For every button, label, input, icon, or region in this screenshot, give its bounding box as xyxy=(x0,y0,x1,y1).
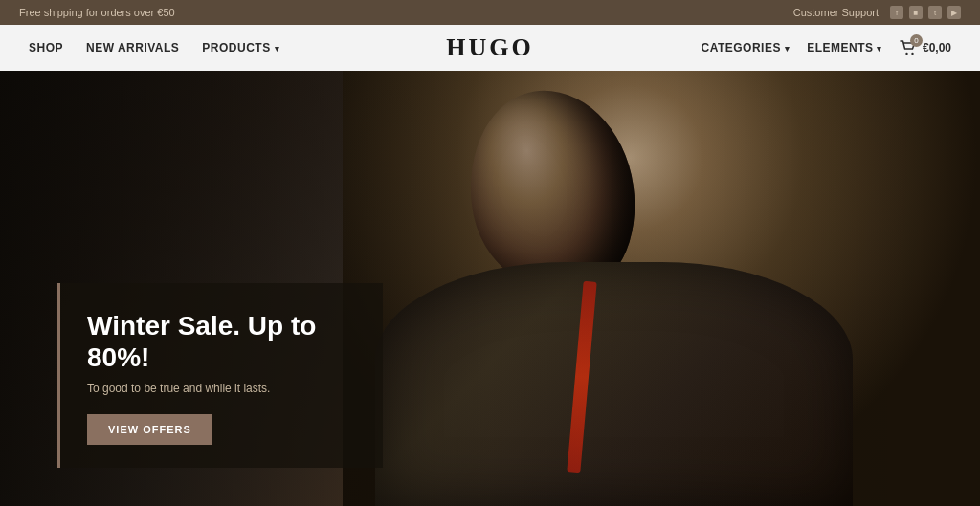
social-icons-group: f ■ t ▶ xyxy=(890,6,961,19)
top-bar-right: Customer Support f ■ t ▶ xyxy=(793,6,961,19)
youtube-icon[interactable]: ▶ xyxy=(947,6,961,19)
cart-price: €0,00 xyxy=(923,41,951,55)
nav-center: HUGO xyxy=(446,33,533,62)
products-link[interactable]: PRODUCTS xyxy=(202,41,279,55)
promo-title: Winter Sale. Up to 80%! xyxy=(87,310,354,374)
promo-box: Winter Sale. Up to 80%! To good to be tr… xyxy=(57,283,383,468)
cart-badge: 0 xyxy=(910,34,923,47)
categories-link[interactable]: CATEGORIES xyxy=(701,41,790,55)
cart-icon-wrap: 0 xyxy=(900,40,917,55)
svg-point-1 xyxy=(911,53,913,55)
hero-section: Winter Sale. Up to 80%! To good to be tr… xyxy=(0,71,980,506)
nav-right: CATEGORIES ELEMENTS 0 €0,00 xyxy=(701,40,951,55)
cart-button[interactable]: 0 €0,00 xyxy=(900,40,951,55)
nav-left: SHOP NEW ARRIVALS PRODUCTS xyxy=(29,41,279,55)
new-arrivals-link[interactable]: NEW ARRIVALS xyxy=(86,41,179,55)
shop-link[interactable]: SHOP xyxy=(29,41,63,55)
twitter-icon[interactable]: t xyxy=(928,6,942,19)
instagram-icon[interactable]: ■ xyxy=(909,6,923,19)
nav-bar: SHOP NEW ARRIVALS PRODUCTS HUGO CATEGORI… xyxy=(0,25,980,71)
elements-link[interactable]: ELEMENTS xyxy=(807,41,882,55)
facebook-icon[interactable]: f xyxy=(890,6,903,19)
svg-point-0 xyxy=(905,53,907,55)
top-bar: Free shipping for orders over €50 Custom… xyxy=(0,0,980,25)
shipping-text: Free shipping for orders over €50 xyxy=(19,7,175,18)
promo-subtitle: To good to be true and while it lasts. xyxy=(87,382,354,395)
brand-logo[interactable]: HUGO xyxy=(446,33,533,61)
view-offers-button[interactable]: VIEW OFFERS xyxy=(87,414,212,445)
customer-support-link[interactable]: Customer Support xyxy=(793,7,879,18)
